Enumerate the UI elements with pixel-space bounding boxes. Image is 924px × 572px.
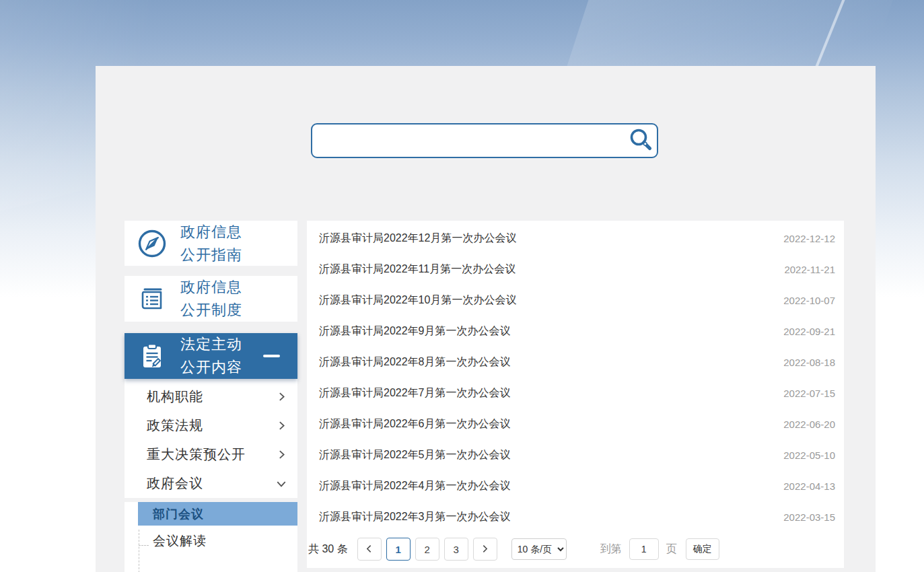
- article-list-panel: 沂源县审计局2022年12月第一次办公会议2022-12-12沂源县审计局202…: [307, 221, 844, 568]
- tree-item-label: 部门会议: [153, 506, 204, 522]
- ledger-icon: [137, 283, 168, 314]
- prev-page-button[interactable]: [357, 538, 382, 561]
- submenu-item-label: 重大决策预公开: [147, 445, 246, 464]
- goto-confirm-button[interactable]: 确定: [686, 538, 719, 560]
- article-date: 2022-06-20: [783, 419, 835, 430]
- submenu-item-3[interactable]: 重大决策预公开: [125, 440, 297, 469]
- page-size-select[interactable]: 10 条/页: [511, 538, 567, 560]
- collapse-minus-icon: [263, 355, 280, 357]
- list-item: 沂源县审计局2022年12月第一次办公会议2022-12-12: [307, 223, 844, 254]
- article-date: 2022-11-21: [784, 264, 835, 275]
- list-item: 沂源县审计局2022年11月第一次办公会议2022-11-21: [307, 254, 844, 285]
- list-item: 沂源县审计局2022年9月第一次办公会议2022-09-21: [307, 316, 844, 347]
- article-date: 2022-07-15: [783, 388, 835, 399]
- submenu-item-label: 政策法规: [147, 417, 203, 435]
- article-date: 2022-09-21: [783, 326, 835, 337]
- article-date: 2022-12-12: [783, 233, 835, 244]
- article-date: 2022-04-13: [783, 480, 835, 492]
- sidebar-tree: 部门会议会议解读: [125, 502, 297, 572]
- chevron-left-icon: [365, 544, 374, 555]
- submenu-item-1[interactable]: 机构职能: [125, 382, 297, 411]
- list-item: 沂源县审计局2022年7月第一次办公会议2022-07-15: [307, 378, 844, 408]
- sidebar-item-label: 政府信息公开指南: [180, 221, 242, 266]
- article-title-link[interactable]: 沂源县审计局2022年10月第一次办公会议: [319, 293, 516, 308]
- compass-icon: [137, 228, 168, 259]
- article-date: 2022-03-15: [783, 511, 835, 523]
- next-page-button[interactable]: [473, 538, 497, 561]
- submenu-item-4[interactable]: 政府会议: [125, 469, 297, 498]
- sidebar-main-menu: 政府信息公开指南政府信息公开制度法定主动公开内容: [125, 221, 297, 379]
- tree-item-2[interactable]: 会议解读: [125, 526, 297, 557]
- article-title-link[interactable]: 沂源县审计局2022年7月第一次办公会议: [319, 386, 511, 400]
- submenu-item-2[interactable]: 政策法规: [125, 411, 297, 440]
- sidebar-item-2[interactable]: 政府信息公开制度: [125, 276, 297, 322]
- sidebar: 政府信息公开指南政府信息公开制度法定主动公开内容 机构职能政策法规重大决策预公开…: [125, 221, 297, 572]
- sidebar-item-label: 政府信息公开制度: [180, 276, 242, 322]
- article-date: 2022-10-07: [783, 295, 835, 306]
- chevron-right-icon: [277, 421, 287, 431]
- list-item: 沂源县审计局2022年6月第一次办公会议2022-06-20: [307, 408, 844, 439]
- pagination-bar: 共 30 条 123 10 条/页: [307, 532, 844, 566]
- chevron-right-icon: [277, 450, 287, 460]
- submenu-item-label: 政府会议: [147, 474, 203, 493]
- article-title-link[interactable]: 沂源县审计局2022年3月第一次办公会议: [319, 510, 511, 524]
- article-title-link[interactable]: 沂源县审计局2022年6月第一次办公会议: [319, 417, 511, 431]
- page-button-3[interactable]: 3: [444, 538, 468, 561]
- total-count-label: 共 30 条: [308, 542, 348, 557]
- article-title-link[interactable]: 沂源县审计局2022年9月第一次办公会议: [319, 324, 511, 338]
- list-item: 沂源县审计局2022年5月第一次办公会议2022-05-10: [307, 439, 844, 470]
- article-date: 2022-05-10: [783, 450, 835, 461]
- goto-unit-label: 页: [666, 542, 677, 557]
- goto-page-input[interactable]: [629, 538, 659, 560]
- clipboard-pencil-icon: [137, 341, 168, 371]
- sidebar-submenu: 机构职能政策法规重大决策预公开政府会议: [125, 379, 297, 498]
- list-item: 沂源县审计局2022年4月第一次办公会议2022-04-13: [307, 470, 844, 501]
- list-item: 沂源县审计局2022年8月第一次办公会议2022-08-18: [307, 347, 844, 378]
- news-list: 沂源县审计局2022年12月第一次办公会议2022-12-12沂源县审计局202…: [307, 221, 844, 532]
- article-title-link[interactable]: 沂源县审计局2022年8月第一次办公会议: [319, 355, 511, 369]
- sidebar-item-3[interactable]: 法定主动公开内容: [125, 333, 297, 379]
- list-item: 沂源县审计局2022年3月第一次办公会议2022-03-15: [307, 501, 844, 532]
- article-title-link[interactable]: 沂源县审计局2022年12月第一次办公会议: [319, 231, 516, 246]
- list-item: 沂源县审计局2022年10月第一次办公会议2022-10-07: [307, 285, 844, 316]
- sidebar-item-label: 法定主动公开内容: [180, 333, 242, 379]
- tree-item-label: 会议解读: [153, 532, 207, 550]
- article-title-link[interactable]: 沂源县审计局2022年5月第一次办公会议: [319, 448, 511, 462]
- chevron-down-icon: [276, 478, 287, 489]
- search-input[interactable]: [312, 124, 625, 157]
- submenu-item-label: 机构职能: [147, 388, 203, 406]
- search-icon: [629, 128, 653, 154]
- chevron-right-icon: [481, 544, 489, 555]
- chevron-right-icon: [277, 392, 287, 402]
- content-panel: 政府信息公开指南政府信息公开制度法定主动公开内容 机构职能政策法规重大决策预公开…: [96, 66, 876, 572]
- tree-item-1[interactable]: 部门会议: [138, 502, 297, 526]
- article-title-link[interactable]: 沂源县审计局2022年11月第一次办公会议: [319, 262, 516, 277]
- goto-prefix-label: 到第: [600, 542, 622, 557]
- article-title-link[interactable]: 沂源县审计局2022年4月第一次办公会议: [319, 479, 511, 493]
- sidebar-tree-items: 部门会议会议解读: [125, 502, 297, 557]
- sidebar-item-1[interactable]: 政府信息公开指南: [125, 221, 297, 266]
- goto-page-group: 到第 页: [600, 538, 677, 560]
- article-date: 2022-08-18: [783, 357, 835, 368]
- page-button-1[interactable]: 1: [386, 538, 411, 561]
- page-button-2[interactable]: 2: [415, 538, 439, 561]
- search-box: [311, 123, 658, 158]
- search-button[interactable]: [625, 124, 657, 157]
